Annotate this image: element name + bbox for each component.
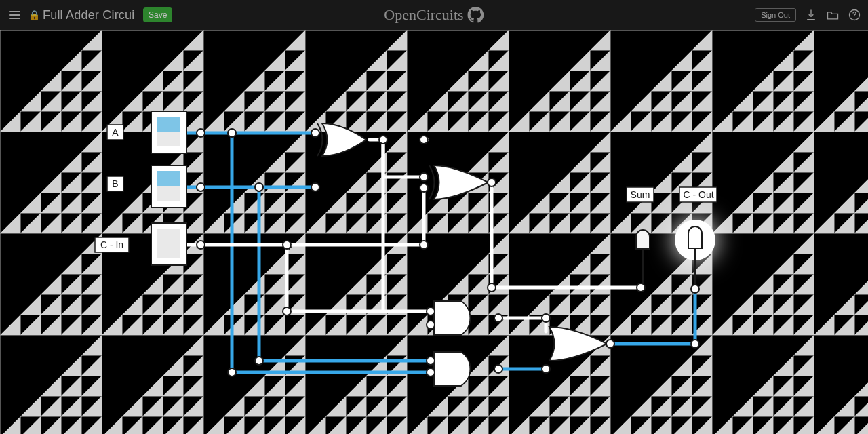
svg-text:C - Out: C - Out <box>683 189 713 200</box>
svg-point-45 <box>255 357 263 365</box>
input-switch-a[interactable] <box>151 111 186 153</box>
svg-point-30 <box>311 183 319 191</box>
download-icon[interactable] <box>804 8 818 22</box>
label-sum[interactable]: Sum <box>627 187 654 202</box>
menu-icon[interactable] <box>5 7 24 23</box>
svg-point-40 <box>283 307 291 315</box>
project-title[interactable]: Full Adder Circui <box>43 8 139 22</box>
svg-rect-9 <box>157 171 180 186</box>
svg-point-29 <box>255 183 263 191</box>
gate-and-2[interactable] <box>434 352 470 386</box>
svg-point-52 <box>637 283 645 292</box>
svg-point-47 <box>228 368 236 376</box>
svg-rect-14 <box>157 229 180 243</box>
label-b[interactable]: B <box>107 176 123 191</box>
svg-point-53 <box>691 285 699 293</box>
svg-point-31 <box>197 241 205 249</box>
svg-text:Sum: Sum <box>631 189 650 200</box>
folder-icon[interactable] <box>826 8 840 22</box>
save-button[interactable]: Save <box>143 7 172 22</box>
svg-point-38 <box>488 178 496 186</box>
lock-icon: 🔒 <box>28 9 40 20</box>
svg-point-27 <box>311 129 319 137</box>
svg-point-32 <box>283 241 291 249</box>
svg-point-39 <box>488 283 496 292</box>
svg-rect-5 <box>157 132 180 146</box>
svg-point-54 <box>691 340 699 348</box>
input-switch-cin[interactable] <box>151 223 186 265</box>
svg-point-35 <box>420 173 428 181</box>
svg-point-33 <box>379 136 387 144</box>
svg-point-49 <box>494 365 502 373</box>
svg-rect-4 <box>157 117 180 132</box>
svg-point-36 <box>420 184 428 192</box>
svg-point-37 <box>420 241 428 249</box>
label-cout[interactable]: C - Out <box>679 187 717 202</box>
label-a[interactable]: A <box>107 125 123 140</box>
brand[interactable]: OpenCircuits <box>384 6 484 24</box>
app-header: 🔒 Full Adder Circui Save OpenCircuits Si… <box>0 0 868 30</box>
svg-point-25 <box>197 129 205 137</box>
svg-text:C - In: C - In <box>100 239 123 250</box>
svg-point-51 <box>606 340 614 348</box>
svg-point-46 <box>427 357 435 365</box>
svg-point-26 <box>228 129 236 137</box>
input-switch-b[interactable] <box>151 165 186 208</box>
gate-and-1[interactable] <box>434 301 470 335</box>
brand-text: OpenCircuits <box>384 6 463 24</box>
help-icon[interactable] <box>848 8 861 22</box>
github-icon[interactable] <box>468 7 484 23</box>
signout-button[interactable]: Sign Out <box>755 8 796 22</box>
svg-point-44 <box>542 314 550 322</box>
svg-point-42 <box>427 321 435 329</box>
svg-text:A: A <box>112 127 119 138</box>
svg-rect-15 <box>157 243 180 258</box>
circuit-canvas[interactable]: A B C - In <box>0 30 868 434</box>
svg-point-48 <box>427 368 435 376</box>
svg-text:B: B <box>112 178 118 189</box>
svg-point-50 <box>542 365 550 373</box>
svg-point-34 <box>420 136 428 144</box>
svg-point-28 <box>197 183 205 191</box>
svg-point-41 <box>427 307 435 315</box>
svg-rect-10 <box>157 186 180 201</box>
label-cin[interactable]: C - In <box>95 237 129 252</box>
svg-point-43 <box>494 314 502 322</box>
